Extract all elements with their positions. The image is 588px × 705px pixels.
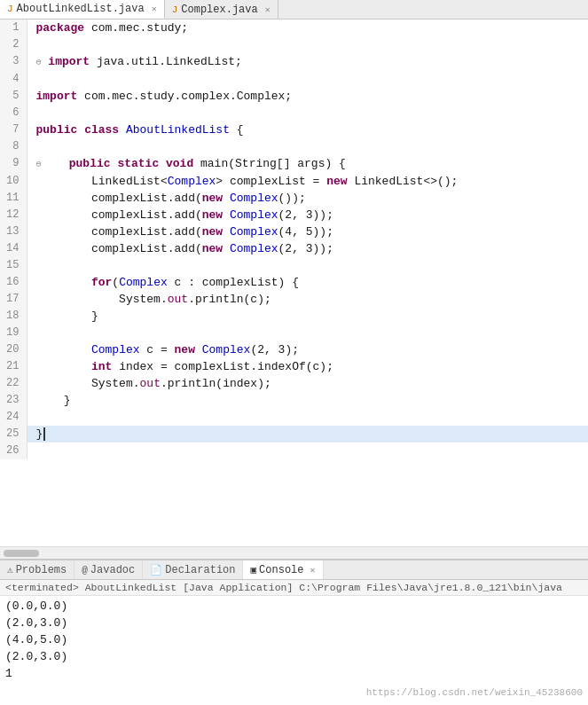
console-line-1: (0.0,0.0) — [5, 598, 583, 615]
line-code[interactable] — [27, 71, 588, 88]
table-row: 2 — [0, 36, 588, 53]
line-code[interactable] — [27, 325, 588, 341]
table-row: 10 LinkedList<Complex> complexList = new… — [0, 173, 588, 190]
line-number: 12 — [0, 207, 27, 223]
table-row: 19 — [0, 325, 588, 341]
line-code[interactable]: import com.mec.study.complex.Complex; — [27, 88, 588, 105]
tab-close-icon-2[interactable]: ✕ — [265, 4, 270, 15]
table-row: 8 — [0, 138, 588, 155]
console-line-5: 1 — [5, 665, 583, 682]
line-number: 3 — [0, 53, 27, 71]
editor-area: 1package com.mec.study;23⊖ import java.u… — [0, 20, 588, 559]
tab-bar: J AboutLinkedList.java ✕ J Complex.java … — [0, 0, 588, 20]
line-code[interactable] — [27, 257, 588, 274]
line-number: 25 — [0, 426, 27, 443]
table-row: 15 — [0, 257, 588, 274]
line-number: 8 — [0, 138, 27, 155]
line-number: 2 — [0, 36, 27, 53]
console-icon: ▣ — [250, 564, 256, 576]
console-close-icon[interactable]: ✕ — [310, 565, 316, 576]
table-row: 23 } — [0, 392, 588, 409]
bottom-tab-label-javadoc: Javadoc — [90, 564, 135, 576]
line-number: 14 — [0, 240, 27, 257]
line-number: 18 — [0, 308, 27, 325]
bottom-tab-console[interactable]: ▣ Console ✕ — [243, 560, 323, 579]
java-file-icon-2: J — [172, 4, 178, 15]
line-number: 9 — [0, 155, 27, 173]
table-row: 24 — [0, 409, 588, 426]
line-code[interactable]: complexList.add(new Complex(4, 5)); — [27, 223, 588, 240]
bottom-tab-javadoc[interactable]: @ Javadoc — [74, 560, 143, 579]
line-number: 22 — [0, 375, 27, 392]
line-code[interactable] — [27, 443, 588, 459]
code-table: 1package com.mec.study;23⊖ import java.u… — [0, 20, 588, 459]
line-code[interactable] — [27, 36, 588, 53]
line-code[interactable]: } — [27, 426, 588, 443]
line-code[interactable] — [27, 138, 588, 155]
line-number: 16 — [0, 274, 27, 291]
tab-label: AboutLinkedList.java — [17, 3, 145, 15]
tab-complex[interactable]: J Complex.java ✕ — [165, 0, 278, 19]
table-row: 13 complexList.add(new Complex(4, 5)); — [0, 223, 588, 240]
line-code[interactable]: for(Complex c : complexList) { — [27, 274, 588, 291]
table-row: 4 — [0, 71, 588, 88]
scrollbar-thumb[interactable] — [4, 550, 39, 557]
line-code[interactable]: LinkedList<Complex> complexList = new Li… — [27, 173, 588, 190]
line-code[interactable]: } — [27, 308, 588, 325]
line-code[interactable]: int index = complexList.indexOf(c); — [27, 358, 588, 375]
tab-close-icon[interactable]: ✕ — [152, 4, 157, 14]
line-code[interactable]: ⊖ public static void main(String[] args)… — [27, 155, 588, 173]
line-code[interactable]: complexList.add(new Complex(2, 3)); — [27, 207, 588, 223]
line-number: 24 — [0, 409, 27, 426]
line-code[interactable]: System.out.println(index); — [27, 375, 588, 392]
table-row: 11 complexList.add(new Complex()); — [0, 190, 588, 207]
table-row: 7public class AboutLinkedList { — [0, 121, 588, 138]
console-line-2: (2.0,3.0) — [5, 615, 583, 631]
table-row: 12 complexList.add(new Complex(2, 3)); — [0, 207, 588, 223]
line-code[interactable]: } — [27, 392, 588, 409]
tab-label-2: Complex.java — [181, 4, 257, 16]
line-number: 23 — [0, 392, 27, 409]
console-line-4: (2.0,3.0) — [5, 648, 583, 665]
table-row: 21 int index = complexList.indexOf(c); — [0, 358, 588, 375]
table-row: 14 complexList.add(new Complex(2, 3)); — [0, 240, 588, 257]
line-code[interactable]: Complex c = new Complex(2, 3); — [27, 341, 588, 358]
line-code[interactable]: complexList.add(new Complex(2, 3)); — [27, 240, 588, 257]
line-code[interactable] — [27, 105, 588, 121]
tab-about-linked-list[interactable]: J AboutLinkedList.java ✕ — [0, 0, 165, 19]
line-number: 1 — [0, 20, 27, 36]
code-scroll[interactable]: 1package com.mec.study;23⊖ import java.u… — [0, 20, 588, 546]
line-number: 5 — [0, 88, 27, 105]
table-row: 6 — [0, 105, 588, 121]
bottom-panel: ⚠ Problems @ Javadoc 📄 Declaration ▣ Con… — [0, 559, 588, 705]
line-code[interactable]: package com.mec.study; — [27, 20, 588, 36]
line-number: 4 — [0, 71, 27, 88]
table-row: 1package com.mec.study; — [0, 20, 588, 36]
line-number: 26 — [0, 443, 27, 459]
table-row: 16 for(Complex c : complexList) { — [0, 274, 588, 291]
table-row: 9⊖ public static void main(String[] args… — [0, 155, 588, 173]
line-number: 11 — [0, 190, 27, 207]
line-number: 13 — [0, 223, 27, 240]
line-code[interactable]: complexList.add(new Complex()); — [27, 190, 588, 207]
bottom-tab-problems[interactable]: ⚠ Problems — [0, 560, 74, 579]
table-row: 5import com.mec.study.complex.Complex; — [0, 88, 588, 105]
line-code[interactable]: System.out.println(c); — [27, 291, 588, 308]
line-number: 20 — [0, 341, 27, 358]
declaration-icon: 📄 — [150, 564, 162, 576]
line-number: 6 — [0, 105, 27, 121]
bottom-tab-declaration[interactable]: 📄 Declaration — [143, 560, 243, 579]
line-code[interactable]: ⊖ import java.util.LinkedList; — [27, 53, 588, 71]
line-number: 10 — [0, 173, 27, 190]
line-code[interactable]: public class AboutLinkedList { — [27, 121, 588, 138]
console-output: (0.0,0.0) (2.0,3.0) (4.0,5.0) (2.0,3.0) … — [0, 596, 588, 705]
line-number: 7 — [0, 121, 27, 138]
console-line-3: (4.0,5.0) — [5, 631, 583, 648]
table-row: 18 } — [0, 308, 588, 325]
bottom-tab-label-problems: Problems — [16, 564, 67, 576]
problems-icon: ⚠ — [7, 564, 13, 576]
table-row: 22 System.out.println(index); — [0, 375, 588, 392]
table-row: 26 — [0, 443, 588, 459]
horizontal-scrollbar[interactable] — [0, 546, 588, 559]
line-code[interactable] — [27, 409, 588, 426]
